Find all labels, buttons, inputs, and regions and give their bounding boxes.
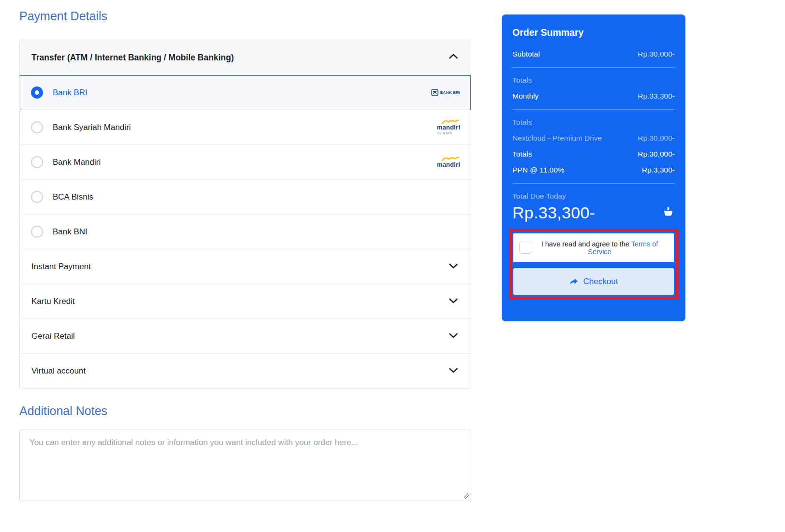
tax-row: PPN @ 11.00% Rp.3,300-	[512, 166, 675, 174]
checkout-page: Payment Details Transfer (ATM / Internet…	[0, 0, 785, 532]
totals-row: Totals Rp.30,000-	[512, 150, 675, 158]
radio-button[interactable]	[31, 156, 43, 168]
line-item-label: Nextcloud - Premium Drive	[512, 134, 602, 143]
transfer-header-label: Transfer (ATM / Internet Banking / Mobil…	[31, 53, 234, 63]
divider	[512, 67, 675, 68]
bank-option-label: BCA Bisnis	[53, 192, 93, 202]
accordion-section-label: Kartu Kredit	[31, 297, 75, 306]
share-arrow-icon	[569, 277, 579, 286]
checkout-button-label: Checkout	[583, 277, 618, 287]
highlight-box: I have read and agree to the Terms of Se…	[509, 229, 678, 300]
chevron-down-icon	[448, 364, 459, 378]
order-summary-card: Order Summary Subtotal Rp.30,000- Totals…	[502, 14, 685, 321]
monthly-row: Monthly Rp.33,300-	[512, 92, 675, 101]
subtotal-label: Subtotal	[512, 50, 540, 58]
bank-option-bank-bni[interactable]: Bank BNI	[20, 215, 471, 249]
bank-option-label: Bank BRI	[53, 88, 87, 98]
accordion-section-kartu-kredit[interactable]: Kartu Kredit	[20, 284, 471, 319]
radio-button-checked[interactable]	[31, 86, 43, 99]
payment-details-section: Payment Details Transfer (ATM / Internet…	[19, 9, 471, 501]
totals-heading: Totals	[512, 76, 675, 85]
order-summary-title: Order Summary	[512, 27, 675, 38]
mandiri-syariah-logo: mandirisyariah	[437, 119, 460, 135]
tax-label: PPN @ 11.00%	[512, 166, 565, 174]
chevron-up-icon	[448, 51, 459, 64]
total-due-label: Total Due Today	[512, 192, 675, 201]
bank-option-bank-bri[interactable]: Bank BRI BANK BRI	[20, 75, 471, 110]
additional-notes-input[interactable]	[19, 430, 471, 501]
line-item-row: Nextcloud - Premium Drive Rp.30,000-	[512, 134, 675, 143]
radio-button[interactable]	[31, 191, 43, 203]
bank-option-label: Bank Syariah Mandiri	[53, 123, 131, 132]
totals-value: Rp.30,000-	[638, 150, 675, 158]
bank-option-label: Bank BNI	[53, 227, 87, 237]
bank-bri-logo: BANK BRI	[431, 89, 460, 96]
accordion-section-label: Virtual account	[31, 366, 86, 376]
subtotal-value: Rp.30,000-	[638, 50, 675, 58]
radio-button[interactable]	[31, 121, 43, 133]
bank-option-bank-syariah-mandiri[interactable]: Bank Syariah Mandiri mandirisyariah	[20, 110, 471, 145]
subtotal-row: Subtotal Rp.30,000-	[512, 50, 675, 58]
accordion-section-label: Gerai Retail	[31, 331, 75, 341]
monthly-value: Rp.33,300-	[638, 92, 675, 101]
chevron-down-icon	[448, 330, 459, 343]
checkout-button[interactable]: Checkout	[513, 268, 674, 295]
shopping-basket-icon	[662, 205, 675, 220]
additional-notes-title: Additional Notes	[19, 403, 471, 418]
accordion-section-label: Instant Payment	[31, 262, 91, 272]
mandiri-logo: mandiri	[437, 157, 460, 168]
bank-option-bank-mandiri[interactable]: Bank Mandiri mandiri	[20, 145, 471, 180]
totals-heading: Totals	[512, 118, 675, 127]
chevron-down-icon	[448, 295, 459, 308]
radio-button[interactable]	[31, 226, 43, 238]
terms-agreement-text: I have read and agree to the Terms of Se…	[531, 240, 668, 256]
total-due-row: Rp.33,300-	[512, 203, 675, 222]
payment-methods-accordion: Transfer (ATM / Internet Banking / Mobil…	[19, 40, 471, 389]
agreement-text: I have read and agree to the	[541, 240, 629, 248]
tax-value: Rp.3,300-	[642, 166, 675, 174]
totals-heading-label: Totals	[512, 118, 532, 127]
bank-option-label: Bank Mandiri	[53, 158, 101, 167]
accordion-section-instant-payment[interactable]: Instant Payment	[20, 249, 471, 284]
totals-label: Totals	[512, 150, 532, 158]
monthly-label: Monthly	[512, 92, 538, 101]
additional-notes-wrap	[19, 430, 471, 501]
totals-heading-label: Totals	[512, 76, 532, 85]
terms-checkbox[interactable]	[519, 242, 531, 254]
total-due-value: Rp.33,300-	[512, 203, 595, 222]
accordion-section-virtual-account[interactable]: Virtual account	[20, 354, 471, 388]
chevron-down-icon	[448, 260, 459, 273]
collapsed-sections-list: Instant Payment Kartu Kredit Gerai Retai…	[20, 249, 471, 388]
accordion-header-transfer[interactable]: Transfer (ATM / Internet Banking / Mobil…	[20, 40, 471, 75]
line-item-value: Rp.30,000-	[638, 134, 675, 143]
payment-details-title: Payment Details	[19, 9, 471, 23]
divider	[512, 109, 675, 110]
divider	[512, 183, 675, 184]
bank-option-bca-bisnis[interactable]: BCA Bisnis	[20, 180, 471, 215]
terms-agreement-panel: I have read and agree to the Terms of Se…	[513, 233, 674, 262]
accordion-section-gerai-retail[interactable]: Gerai Retail	[20, 319, 471, 354]
bank-options-list: Bank BRI BANK BRI Bank Syariah Mandiri m…	[20, 75, 471, 249]
